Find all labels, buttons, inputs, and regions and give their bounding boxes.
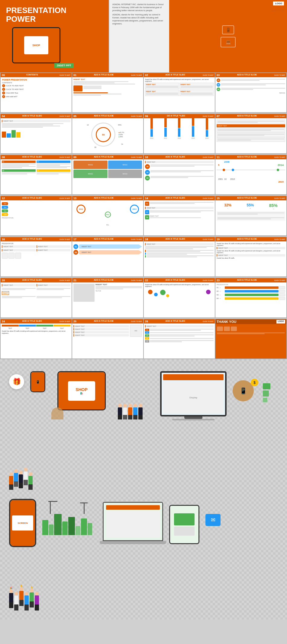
- preview-shopping-phone: 📱 $: [233, 380, 257, 404]
- preview-icon-gift: 🎁: [9, 374, 24, 389]
- slide-04[interactable]: 04 ADD A TITLE SLIDE CLICK TO EDIT INSER…: [1, 114, 72, 153]
- slide-14[interactable]: 14 ADD A TITLE SLIDE CLICK TO EDIT 01 IN…: [144, 196, 215, 235]
- slide-02[interactable]: 02 ADD A TITLE SLIDE CLICK TO EDIT Asada…: [144, 73, 215, 112]
- hero-badge: 29SET PPT: [54, 63, 74, 68]
- preview-phone-large: SCREEN: [9, 499, 36, 547]
- slide-23[interactable]: 23 ADD A TITLE SLIDE CLICK TO EDIT PRESE…: [215, 278, 286, 317]
- slide-18[interactable]: 18 ADD A TITLE SLIDE CLICK TO EDIT INSER…: [144, 237, 215, 276]
- preview-tablet-small: [169, 505, 199, 544]
- slide-03[interactable]: 03 ADD A TITLE SLIDE CLICK TO EDIT 01 02…: [215, 73, 286, 112]
- preview-green-boxes: [263, 383, 270, 402]
- hero-logo: LOGO: [273, 2, 284, 5]
- thankyou-title: THANK YOU: [217, 320, 236, 324]
- slides-row-6: 20 ADD A TITLE SLIDE CLICK TO EDIT INSER…: [0, 278, 287, 318]
- slide-09[interactable]: 09 ADD A TITLE SLIDE CLICK TO EDIT IMAGE…: [72, 155, 143, 194]
- slide-01[interactable]: 01 ADD A TITLE SLIDE CLICK TO EDIT INSER…: [72, 73, 143, 112]
- thankyou-logo: LOGO: [276, 320, 285, 324]
- preview-tablet-hand: SHOP 🛍️: [51, 371, 112, 419]
- hero-right: asadal.com LOGO 📱 💻: [169, 0, 287, 72]
- slide-10[interactable]: 10 ADD A TITLE SLIDE CLICK TO EDIT INSER…: [144, 155, 215, 194]
- slides-row-3: 08 ADD A TITLE SLIDE CLICK TO EDIT 01 02: [0, 155, 287, 195]
- slides-row-7: 24 ADD A TITLE SLIDE CLICK TO EDIT TEXT …: [0, 319, 287, 359]
- hero-desc2: ASADAL stands for the 'morning party' as…: [112, 13, 166, 25]
- slide-25[interactable]: 25 ADD A TITLE SLIDE CLICK TO EDIT INSER…: [72, 319, 143, 359]
- slide-15[interactable]: 15 ADD A TITLE SLIDE CLICK TO EDIT 32% ←…: [215, 196, 286, 235]
- slide-12[interactable]: 12 ADD A TITLE SLIDE CLICK TO EDIT Text …: [1, 196, 72, 235]
- slide-thankyou[interactable]: THANK YOU LOGO: [215, 319, 286, 359]
- preview-section: 🎁 📱 SHOP 🛍️: [0, 359, 287, 620]
- slides-row-5: 16 ADD A TITLE SLIDE CLICK TO EDIT PRESE…: [0, 237, 287, 277]
- slide-11[interactable]: 11 ADD A TITLE SLIDE CLICK TO EDIT 6 200…: [215, 155, 286, 194]
- slide-19[interactable]: 19 ADD A TITLE SLIDE CLICK TO EDIT Asada…: [215, 237, 286, 276]
- slides-row-1: 00 CONTENTS CLICK TO EDIT POWER PRESENTA…: [0, 72, 287, 113]
- slide-00[interactable]: 00 CONTENTS CLICK TO EDIT POWER PRESENTA…: [1, 73, 72, 112]
- slide-21[interactable]: 21 ADD A TITLE SLIDE CLICK TO EDIT INSER…: [72, 278, 143, 317]
- slides-row-2: 04 ADD A TITLE SLIDE CLICK TO EDIT INSER…: [0, 113, 287, 154]
- slide-16[interactable]: 16 ADD A TITLE SLIDE CLICK TO EDIT PRESE…: [1, 237, 72, 276]
- hero-desc1: ASADAL INTERNET INC. started its busines…: [112, 3, 166, 12]
- slide-05[interactable]: 05 ADD A TITLE SLIDE CLICK TO EDIT 90 45…: [72, 114, 143, 153]
- hero-illustration: SHOP 29SET PPT: [3, 21, 107, 69]
- preview-monitor: Display: [160, 371, 227, 420]
- watermark-right: asadal.com: [272, 9, 284, 12]
- slide-20[interactable]: 20 ADD A TITLE SLIDE CLICK TO EDIT INSER…: [1, 278, 72, 317]
- hero-middle: ASADAL INTERNET INC. started its busines…: [109, 0, 169, 72]
- slide-07[interactable]: 07 ADD A TITLE SLIDE CLICK TO EDIT INSER…: [215, 114, 286, 153]
- slide-06[interactable]: 06 ADD A TITLE SLIDE CLICK TO EDIT 2010 …: [144, 114, 215, 153]
- preview-laptop: [103, 502, 163, 547]
- slide-13[interactable]: 13 ADD A TITLE SLIDE CLICK TO EDIT 2012 …: [72, 196, 143, 235]
- slide-17[interactable]: 17 ADD A TITLE SLIDE CLICK TO EDIT 01 IN…: [72, 237, 143, 276]
- preview-people-group1: [118, 374, 154, 419]
- preview-email-icon: ✉: [205, 514, 221, 526]
- preview-city: [42, 499, 97, 535]
- hero-title: PRESENTATION POWER: [6, 6, 103, 23]
- hero-section: asadal.com PRESENTATION POWER SHOP 29SET…: [0, 0, 287, 72]
- slide-22[interactable]: 22 ADD A TITLE SLIDE CLICK TO EDIT Asada…: [144, 278, 215, 317]
- slide-24[interactable]: 24 ADD A TITLE SLIDE CLICK TO EDIT TEXT …: [1, 319, 72, 359]
- slide-08[interactable]: 08 ADD A TITLE SLIDE CLICK TO EDIT 01 02: [1, 155, 72, 194]
- slide-26[interactable]: 26 ADD A TITLE SLIDE CLICK TO EDIT INSER…: [144, 319, 215, 359]
- preview-icon-phone: 📱: [30, 371, 45, 392]
- preview-people-celebrating: 🎉 ✋ 👆: [9, 556, 69, 611]
- preview-people-group2: [9, 429, 63, 490]
- hero-left: asadal.com PRESENTATION POWER SHOP 29SET…: [0, 0, 109, 72]
- slides-row-4: 12 ADD A TITLE SLIDE CLICK TO EDIT Text …: [0, 196, 287, 236]
